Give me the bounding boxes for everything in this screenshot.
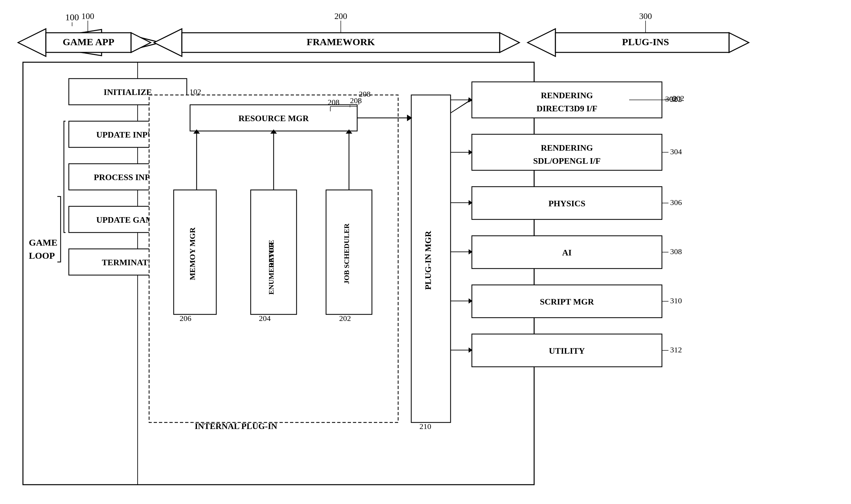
svg-text:208: 208 — [359, 90, 371, 98]
svg-text:GAME: GAME — [29, 237, 57, 248]
svg-text:AI: AI — [562, 248, 572, 257]
svg-text:SCRIPT MGR: SCRIPT MGR — [540, 297, 594, 307]
svg-text:MEMOY MGR: MEMOY MGR — [188, 227, 197, 280]
svg-text:DIRECT3D9 I/F: DIRECT3D9 I/F — [536, 104, 597, 113]
svg-text:100: 100 — [65, 12, 79, 22]
svg-text:SDL/OPENGL I/F: SDL/OPENGL I/F — [533, 156, 601, 166]
svg-text:PLUG-IN MGR: PLUG-IN MGR — [423, 231, 433, 290]
svg-text:GAME APP: GAME APP — [63, 36, 114, 47]
svg-text:200: 200 — [335, 12, 347, 21]
svg-text:308: 308 — [670, 247, 682, 256]
svg-text:INTERNAL PLUG-IN: INTERNAL PLUG-IN — [195, 421, 277, 431]
svg-text:310: 310 — [670, 296, 682, 305]
svg-text:UTILITY: UTILITY — [549, 346, 585, 356]
svg-text:PHYSICS: PHYSICS — [549, 199, 586, 208]
svg-text:LOOP: LOOP — [29, 251, 55, 261]
svg-text:RENDERING: RENDERING — [541, 91, 593, 100]
svg-text:306: 306 — [670, 198, 682, 206]
svg-text:RESOURCE MGR: RESOURCE MGR — [238, 114, 309, 123]
svg-text:JOB SCHEDULER: JOB SCHEDULER — [342, 223, 351, 284]
svg-text:210: 210 — [420, 422, 431, 431]
svg-text:FRAMEWORK: FRAMEWORK — [307, 36, 375, 47]
svg-text:204: 204 — [259, 314, 271, 323]
svg-text:312: 312 — [670, 345, 682, 354]
svg-text:TERMINATE: TERMINATE — [102, 258, 154, 267]
svg-text:100: 100 — [82, 12, 94, 21]
svg-text:202: 202 — [339, 314, 351, 323]
svg-text:PLUG-INS: PLUG-INS — [622, 36, 669, 47]
svg-text:ENUMERATOR: ENUMERATOR — [267, 242, 275, 294]
svg-text:300: 300 — [639, 12, 652, 21]
svg-text:302: 302 — [670, 95, 682, 104]
svg-text:206: 206 — [180, 314, 191, 323]
svg-text:304: 304 — [670, 147, 682, 156]
svg-text:208: 208 — [328, 98, 339, 106]
svg-text:INITIALIZE: INITIALIZE — [104, 87, 152, 97]
svg-text:RENDERING: RENDERING — [541, 143, 593, 152]
